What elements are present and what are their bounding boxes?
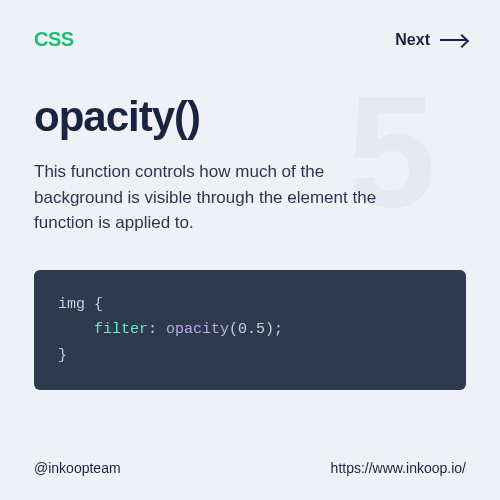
next-button[interactable]: Next [395, 31, 466, 49]
code-line-3: } [58, 343, 442, 369]
code-lparen: ( [229, 321, 238, 338]
description-text: This function controls how much of the b… [34, 159, 414, 236]
code-line-1: img { [58, 292, 442, 318]
header: CSS Next [34, 28, 466, 51]
code-indent [58, 321, 94, 338]
code-block: img { filter: opacity(0.5); } [34, 270, 466, 391]
arrow-right-icon [440, 39, 466, 41]
next-label: Next [395, 31, 430, 49]
code-rparen: ) [265, 321, 274, 338]
code-semi: ; [274, 321, 283, 338]
brand-label: CSS [34, 28, 74, 51]
code-open-brace: { [85, 296, 103, 313]
code-func: opacity [166, 321, 229, 338]
website-url: https://www.inkoop.io/ [331, 460, 466, 476]
card-container: CSS Next 5 opacity() This function contr… [0, 0, 500, 500]
footer: @inkoopteam https://www.inkoop.io/ [34, 460, 466, 476]
code-close-brace: } [58, 347, 67, 364]
code-value: 0.5 [238, 321, 265, 338]
code-selector: img [58, 296, 85, 313]
content-area: 5 opacity() This function controls how m… [34, 93, 466, 390]
code-property: filter [94, 321, 148, 338]
social-handle: @inkoopteam [34, 460, 121, 476]
page-title: opacity() [34, 93, 466, 141]
code-colon: : [148, 321, 166, 338]
code-line-2: filter: opacity(0.5); [58, 317, 442, 343]
